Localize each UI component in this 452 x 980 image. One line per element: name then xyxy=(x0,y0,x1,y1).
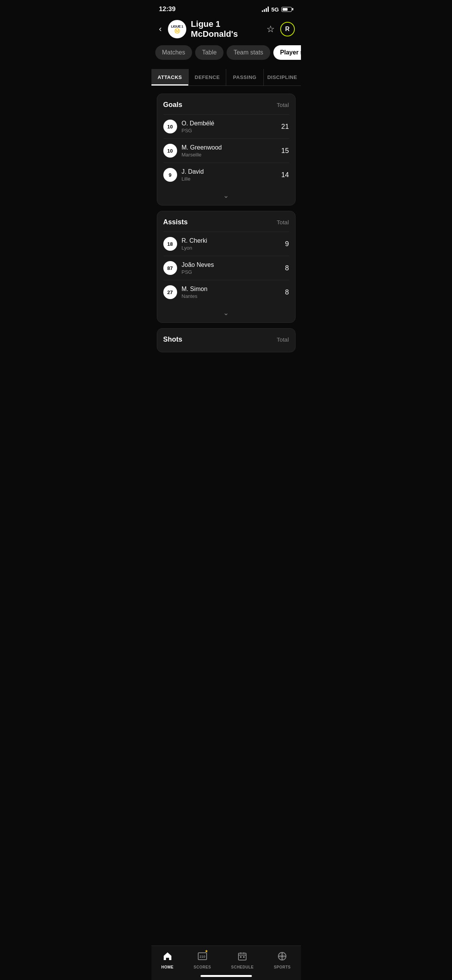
shots-total-label: Total xyxy=(277,336,289,343)
assists-total-label: Total xyxy=(277,219,289,225)
goals-card-header: Goals Total xyxy=(163,101,289,109)
network-type: 5G xyxy=(271,6,279,13)
battery-icon xyxy=(281,7,293,12)
goals-row-2: 10 M. Greenwood Marseille 15 xyxy=(163,138,289,163)
player-info-neves: João Neves PSG xyxy=(182,261,281,275)
player-name-dembele: O. Dembélé xyxy=(182,120,277,127)
chevron-down-icon: ⌄ xyxy=(223,191,229,200)
assists-card-header: Assists Total xyxy=(163,218,289,226)
assists-expand-button[interactable]: ⌄ xyxy=(163,304,289,319)
player-info-david: J. David Lille xyxy=(182,168,277,182)
goals-expand-button[interactable]: ⌄ xyxy=(163,187,289,202)
main-content: ATTACKS DEFENCE PASSING DISCIPLINE Goals… xyxy=(151,69,301,395)
player-name-neves: João Neves xyxy=(182,261,281,268)
player-number-dembele: 10 xyxy=(163,120,177,133)
player-number-david: 9 xyxy=(163,168,177,182)
player-name-david: J. David xyxy=(182,168,277,175)
assists-row-1: 18 R. Cherki Lyon 9 xyxy=(163,232,289,256)
player-info-dembele: O. Dembélé PSG xyxy=(182,120,277,133)
shots-title: Shots xyxy=(163,335,182,344)
player-name-cherki: R. Cherki xyxy=(182,237,281,244)
goals-title: Goals xyxy=(163,101,182,109)
favorite-button[interactable]: ☆ xyxy=(266,24,275,35)
league-logo: LIGUE 1 Ⓜ xyxy=(168,20,186,38)
tab-defence[interactable]: DEFENCE xyxy=(189,69,226,86)
player-info-cherki: R. Cherki Lyon xyxy=(182,237,281,251)
signal-icon xyxy=(262,7,269,12)
status-right: 5G xyxy=(262,6,293,13)
status-bar: 12:39 5G xyxy=(151,0,301,16)
player-number-neves: 87 xyxy=(163,261,177,275)
player-name-simon: M. Simon xyxy=(182,286,281,293)
player-name-greenwood: M. Greenwood xyxy=(182,144,277,151)
tab-table[interactable]: Table xyxy=(195,45,224,60)
player-number-simon: 27 xyxy=(163,285,177,299)
assists-row-3: 27 M. Simon Nantes 8 xyxy=(163,280,289,304)
tab-discipline[interactable]: DISCIPLINE xyxy=(264,69,301,86)
assists-card: Assists Total 18 R. Cherki Lyon 9 87 Joã… xyxy=(157,211,296,323)
assists-value-cherki: 9 xyxy=(285,240,289,248)
goals-row-3: 9 J. David Lille 14 xyxy=(163,163,289,187)
category-tabs: ATTACKS DEFENCE PASSING DISCIPLINE xyxy=(151,69,301,86)
player-team-simon: Nantes xyxy=(182,293,281,299)
tab-attacks[interactable]: ATTACKS xyxy=(151,69,189,86)
chevron-down-icon-assists: ⌄ xyxy=(223,309,229,317)
player-team-cherki: Lyon xyxy=(182,245,281,251)
player-team-neves: PSG xyxy=(182,269,281,275)
status-time: 12:39 xyxy=(159,5,176,13)
goals-value-david: 14 xyxy=(281,171,289,179)
player-info-greenwood: M. Greenwood Marseille xyxy=(182,144,277,158)
assists-row-2: 87 João Neves PSG 8 xyxy=(163,256,289,280)
header-actions: ☆ R xyxy=(266,22,295,36)
player-team-greenwood: Marseille xyxy=(182,152,277,158)
player-team-david: Lille xyxy=(182,176,277,182)
tab-team-stats[interactable]: Team stats xyxy=(227,45,270,60)
avatar-button[interactable]: R xyxy=(280,22,295,36)
goals-value-greenwood: 15 xyxy=(281,147,289,155)
player-team-dembele: PSG xyxy=(182,128,277,133)
tab-player-stats[interactable]: Player stats xyxy=(273,45,301,60)
tab-passing[interactable]: PASSING xyxy=(226,69,264,86)
back-button[interactable]: ‹ xyxy=(158,23,163,36)
assists-value-simon: 8 xyxy=(285,288,289,296)
assists-title: Assists xyxy=(163,218,188,226)
player-number-cherki: 18 xyxy=(163,237,177,251)
goals-card: Goals Total 10 O. Dembélé PSG 21 10 M. G… xyxy=(157,94,296,206)
stats-content: Goals Total 10 O. Dembélé PSG 21 10 M. G… xyxy=(151,89,301,357)
player-info-simon: M. Simon Nantes xyxy=(182,286,281,299)
header: ‹ LIGUE 1 Ⓜ Ligue 1 McDonald's ☆ R xyxy=(151,16,301,44)
tab-matches[interactable]: Matches xyxy=(155,45,192,60)
shots-card-header: Shots Total xyxy=(163,335,289,344)
assists-value-neves: 8 xyxy=(285,264,289,272)
goals-row-1: 10 O. Dembélé PSG 21 xyxy=(163,114,289,138)
goals-value-dembele: 21 xyxy=(281,123,289,131)
player-number-greenwood: 10 xyxy=(163,144,177,158)
league-name: Ligue 1 McDonald's xyxy=(191,19,262,39)
goals-total-label: Total xyxy=(277,102,289,108)
nav-tabs: Matches Table Team stats Player stats xyxy=(151,44,301,64)
shots-card: Shots Total xyxy=(157,328,296,352)
